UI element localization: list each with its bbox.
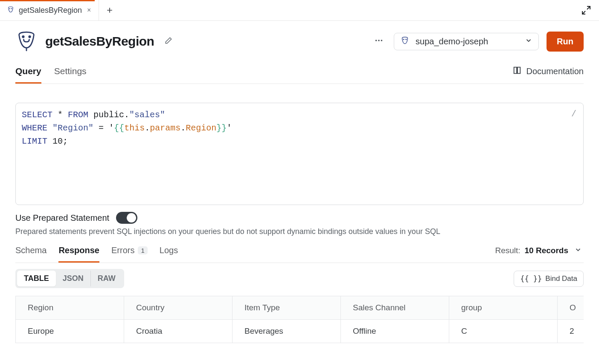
tab-errors-label: Errors <box>111 246 134 255</box>
collapse-panel-icon[interactable] <box>579 3 593 17</box>
database-name: supa_demo-joseph <box>416 37 488 46</box>
prepared-statement-label: Use Prepared Statement <box>15 213 109 223</box>
bind-data-button[interactable]: {{ }} Bind Data <box>514 271 584 287</box>
prepared-statement-section: Use Prepared Statement Prepared statemen… <box>15 212 584 236</box>
tab-label: getSalesByRegion <box>19 6 82 15</box>
add-tab-button[interactable] <box>99 6 120 14</box>
tab-response[interactable]: Response <box>58 243 99 263</box>
tab-getsalesbyregion[interactable]: getSalesByRegion × <box>0 0 99 20</box>
postgres-icon <box>7 6 15 14</box>
view-table-button[interactable]: TABLE <box>17 271 56 286</box>
response-view-toggle: TABLE JSON RAW <box>15 269 124 288</box>
page-title: getSalesByRegion <box>45 34 154 49</box>
run-button[interactable]: Run <box>547 32 584 52</box>
book-icon <box>512 66 522 77</box>
col-region[interactable]: Region <box>16 296 124 320</box>
cell: Beverages <box>233 320 341 343</box>
view-raw-button[interactable]: RAW <box>90 271 122 286</box>
prepared-statement-description: Prepared statements prevent SQL injectio… <box>15 227 584 236</box>
svg-point-0 <box>9 9 10 9</box>
svg-point-5 <box>378 40 380 41</box>
cell: 2 <box>558 320 584 343</box>
cell: Croatia <box>124 320 233 343</box>
edit-title-button[interactable] <box>162 34 175 49</box>
col-item-type[interactable]: Item Type <box>233 296 341 320</box>
sql-editor[interactable]: SELECT * FROM public."sales" WHERE "Regi… <box>15 103 584 205</box>
more-menu-button[interactable] <box>372 33 386 49</box>
close-icon[interactable]: × <box>86 6 92 15</box>
col-extra[interactable]: O <box>558 296 584 320</box>
results-table-wrap: Region Country Item Type Sales Channel g… <box>15 296 584 343</box>
table-row[interactable]: Europe Croatia Beverages Offline C 2 <box>16 320 584 343</box>
table-header-row: Region Country Item Type Sales Channel g… <box>16 296 584 320</box>
tab-strip: getSalesByRegion × <box>0 0 599 21</box>
col-country[interactable]: Country <box>124 296 233 320</box>
results-table: Region Country Item Type Sales Channel g… <box>15 296 584 343</box>
svg-point-7 <box>404 39 404 40</box>
errors-count-badge: 1 <box>138 246 147 254</box>
documentation-link[interactable]: Documentation <box>512 66 584 81</box>
tab-schema[interactable]: Schema <box>15 243 47 263</box>
response-view-bar: TABLE JSON RAW {{ }} Bind Data <box>15 269 584 288</box>
tab-settings[interactable]: Settings <box>54 64 87 84</box>
col-sales-channel[interactable]: Sales Channel <box>341 296 449 320</box>
col-group[interactable]: group <box>449 296 558 320</box>
bind-data-label: Bind Data <box>545 274 577 283</box>
braces-icon: {{ }} <box>520 274 542 283</box>
cell: Europe <box>16 320 124 343</box>
editor-tabs: Query Settings Documentation <box>15 64 584 84</box>
svg-point-4 <box>375 40 377 41</box>
result-tabs: Schema Response Errors 1 Logs Result: 10… <box>15 243 584 263</box>
database-select[interactable]: supa_demo-joseph <box>394 33 539 50</box>
chevron-down-icon <box>525 37 532 46</box>
svg-point-1 <box>12 9 12 9</box>
prepared-statement-toggle[interactable] <box>116 212 137 224</box>
documentation-label: Documentation <box>526 66 584 76</box>
svg-point-2 <box>23 36 24 37</box>
tab-errors[interactable]: Errors 1 <box>111 243 148 263</box>
result-label: Result: <box>495 246 520 255</box>
view-json-button[interactable]: JSON <box>56 271 90 286</box>
result-count: 10 Records <box>525 246 568 255</box>
page-header: getSalesByRegion supa_demo-joseph Run <box>0 21 599 52</box>
chevron-down-icon[interactable] <box>573 244 584 257</box>
cell: C <box>449 320 558 343</box>
svg-point-6 <box>381 40 383 41</box>
postgres-icon <box>400 37 410 46</box>
postgres-logo-icon <box>15 30 38 52</box>
tab-logs[interactable]: Logs <box>160 243 178 263</box>
svg-point-3 <box>29 36 30 37</box>
cell: Offline <box>341 320 449 343</box>
slash-hint: / <box>571 107 576 121</box>
svg-point-8 <box>406 39 406 40</box>
tab-query[interactable]: Query <box>15 64 41 84</box>
